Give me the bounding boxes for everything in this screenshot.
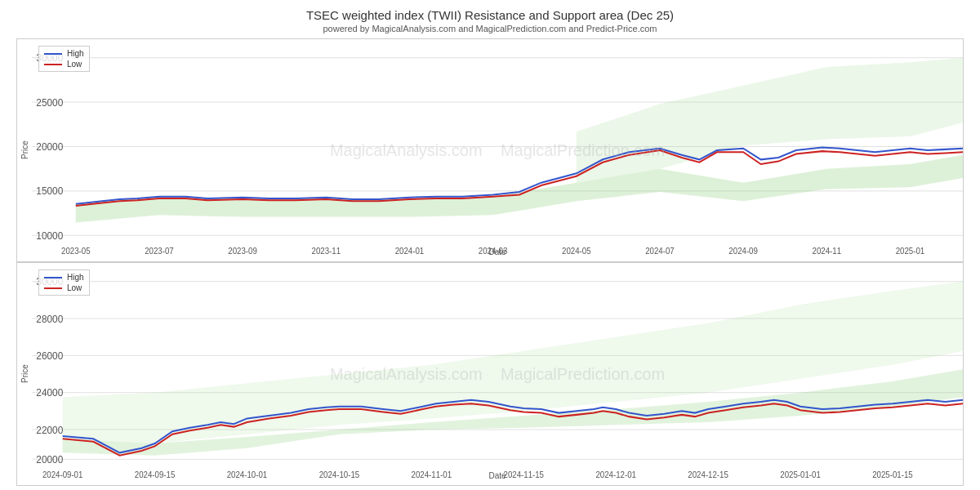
svg-text:2025-01-15: 2025-01-15 — [872, 470, 913, 479]
chart1-low-label: Low — [67, 60, 82, 69]
chart2-legend-low: Low — [44, 283, 84, 292]
svg-text:2024-09: 2024-09 — [728, 247, 758, 256]
svg-text:2024-09-01: 2024-09-01 — [42, 470, 83, 479]
svg-text:2024-09-15: 2024-09-15 — [135, 470, 176, 479]
svg-text:10000: 10000 — [36, 230, 63, 242]
chart1-legend-high: High — [44, 49, 84, 58]
chart2-high-line — [44, 277, 62, 278]
charts-wrapper: Price High Low MagicalAnalysis.com Magic… — [16, 38, 964, 486]
svg-text:2023-09: 2023-09 — [228, 247, 257, 256]
svg-text:2023-05: 2023-05 — [61, 247, 91, 256]
page-container: TSEC weighted index (TWII) Resistance an… — [0, 0, 980, 490]
svg-text:24000: 24000 — [36, 387, 63, 399]
chart2-legend: High Low — [38, 270, 90, 296]
chart1-box: Price High Low MagicalAnalysis.com Magic… — [16, 38, 964, 262]
svg-text:28000: 28000 — [36, 313, 63, 324]
svg-text:2024-10-01: 2024-10-01 — [227, 470, 268, 479]
chart1-legend-low: Low — [44, 60, 84, 69]
chart2-low-label: Low — [67, 283, 82, 292]
chart2-inner: High Low MagicalAnalysis.com MagicalPred… — [32, 263, 963, 485]
svg-text:22000: 22000 — [36, 424, 63, 435]
svg-text:2025-01: 2025-01 — [896, 247, 925, 256]
svg-text:2024-01: 2024-01 — [395, 247, 425, 256]
subtitle: powered by MagicalAnalysis.com and Magic… — [323, 24, 657, 33]
chart2-x-label: Date — [488, 471, 506, 480]
svg-text:2024-12-01: 2024-12-01 — [595, 470, 636, 479]
main-title: TSEC weighted index (TWII) Resistance an… — [306, 8, 674, 22]
svg-marker-21 — [577, 58, 963, 183]
chart2-high-label: High — [67, 273, 84, 282]
svg-text:20000: 20000 — [36, 454, 63, 466]
chart1-low-line — [44, 64, 62, 65]
chart1-svg: 30000 25000 20000 15000 10000 2023-05 20… — [32, 39, 963, 261]
svg-text:2025-01-01: 2025-01-01 — [780, 470, 821, 479]
chart2-low-line — [44, 287, 62, 289]
svg-text:2024-07: 2024-07 — [645, 247, 675, 256]
svg-text:2024-05: 2024-05 — [562, 247, 591, 256]
chart1-x-label: Date — [488, 247, 506, 256]
chart2-y-label: Price — [17, 263, 32, 485]
chart2-legend-high: High — [44, 273, 84, 282]
chart2-svg: 30000 28000 26000 24000 22000 20000 2024… — [32, 263, 963, 485]
svg-text:15000: 15000 — [36, 185, 63, 197]
svg-text:2024-11: 2024-11 — [813, 247, 842, 256]
svg-text:26000: 26000 — [36, 350, 63, 362]
svg-text:25000: 25000 — [36, 96, 63, 108]
chart1-high-line — [44, 53, 62, 55]
chart1-inner: High Low MagicalAnalysis.com MagicalPred… — [32, 39, 963, 261]
chart2-box: Price High Low MagicalAnalysis.com Magic… — [16, 262, 964, 486]
svg-text:2024-11-01: 2024-11-01 — [412, 470, 452, 479]
chart1-high-label: High — [67, 49, 84, 58]
svg-marker-22 — [76, 155, 963, 223]
svg-text:2024-10-15: 2024-10-15 — [319, 470, 360, 479]
chart1-legend: High Low — [38, 46, 90, 72]
svg-text:2023-11: 2023-11 — [312, 247, 341, 256]
svg-text:2024-11-15: 2024-11-15 — [504, 470, 545, 479]
chart1-y-label: Price — [17, 39, 32, 261]
svg-text:2023-07: 2023-07 — [145, 247, 174, 256]
svg-text:20000: 20000 — [36, 141, 63, 153]
svg-text:2024-12-15: 2024-12-15 — [688, 470, 728, 479]
